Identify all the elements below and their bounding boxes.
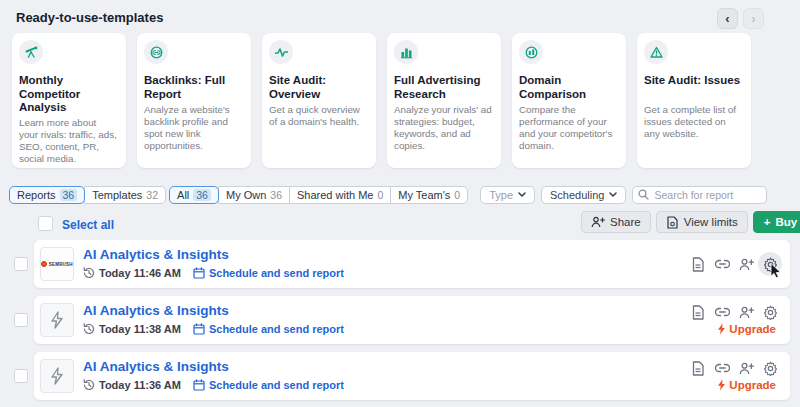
- type-dropdown[interactable]: Type: [480, 186, 535, 204]
- template-card-domain-comparison[interactable]: Domain Comparison Compare the performanc…: [512, 33, 626, 168]
- report-row[interactable]: AI Analytics & Insights Today 11:36 AM S…: [34, 352, 790, 400]
- export-pdf-button[interactable]: [686, 300, 710, 324]
- row-actions: [686, 252, 782, 276]
- upgrade-link-text: Upgrade: [729, 379, 776, 391]
- last-modified: Today 11:36 AM: [83, 379, 181, 391]
- lightning-icon: [50, 311, 64, 329]
- upgrade-link[interactable]: Upgrade: [717, 323, 776, 335]
- upgrade-link[interactable]: Upgrade: [717, 379, 776, 391]
- schedule-link-text: Schedule and send report: [209, 323, 344, 335]
- row-actions: [686, 300, 782, 324]
- select-all-label[interactable]: Select all: [62, 218, 114, 232]
- template-card-backlinks[interactable]: Backlinks: Full Report Analyze a website…: [137, 33, 251, 168]
- search-input[interactable]: [632, 186, 767, 204]
- report-thumbnail: SEMRUSH: [40, 247, 74, 281]
- last-modified-text: Today 11:38 AM: [99, 323, 181, 335]
- tab-reports[interactable]: Reports 36: [9, 186, 85, 204]
- report-meta: Today 11:36 AM Schedule and send report: [83, 379, 344, 391]
- report-title[interactable]: AI Analytics & Insights: [83, 359, 229, 374]
- tab-label: Templates: [92, 189, 142, 201]
- report-thumbnail: [40, 359, 74, 393]
- select-all-checkbox[interactable]: [38, 216, 53, 231]
- share-report-button[interactable]: [734, 356, 758, 380]
- row-checkbox[interactable]: [14, 369, 28, 383]
- copy-link-button[interactable]: [710, 252, 734, 276]
- tab-label: All: [177, 189, 189, 201]
- schedule-link[interactable]: Schedule and send report: [193, 267, 344, 279]
- template-icon-wrap: [19, 40, 43, 64]
- file-icon: [691, 305, 705, 320]
- chevron-right-icon: ›: [751, 12, 755, 25]
- tab-label: My Own: [226, 189, 266, 201]
- link-icon: [715, 363, 730, 373]
- history-icon: [83, 323, 95, 335]
- settings-button[interactable]: [758, 252, 782, 276]
- last-modified-text: Today 11:36 AM: [99, 379, 181, 391]
- type-dropdown-label: Type: [489, 189, 513, 201]
- calendar-icon: [193, 323, 205, 335]
- share-report-button[interactable]: [734, 252, 758, 276]
- link-icon: [715, 307, 730, 317]
- template-description: Analyze a website's backlink profile and…: [144, 104, 242, 152]
- template-card-site-audit-overview[interactable]: Site Audit: Overview Get a quick overvie…: [262, 33, 376, 168]
- report-title[interactable]: AI Analytics & Insights: [83, 247, 229, 262]
- template-title: Monthly Competitor Analysis: [19, 74, 117, 115]
- template-card-monthly-competitor[interactable]: Monthly Competitor Analysis Learn more a…: [12, 33, 126, 168]
- toolbar-actions: Share View limits + Buy more reports: [581, 211, 800, 233]
- history-icon: [83, 267, 95, 279]
- file-icon: [691, 361, 705, 376]
- upgrade-lightning-icon: [717, 323, 726, 335]
- tab-my-own[interactable]: My Own 36: [218, 186, 290, 204]
- view-limits-button[interactable]: View limits: [656, 211, 748, 233]
- lightning-icon: [50, 367, 64, 385]
- schedule-link[interactable]: Schedule and send report: [193, 379, 344, 391]
- carousel-next-button[interactable]: ›: [743, 8, 764, 29]
- settings-button[interactable]: [758, 356, 782, 380]
- scheduling-dropdown-label: Scheduling: [550, 189, 604, 201]
- upgrade-lightning-icon: [717, 379, 726, 391]
- settings-button[interactable]: [758, 300, 782, 324]
- pulse-icon: [275, 46, 288, 59]
- template-icon-wrap: [394, 40, 418, 64]
- carousel-prev-button[interactable]: ‹: [717, 8, 738, 29]
- tab-templates[interactable]: Templates 32: [84, 186, 166, 204]
- chevron-down-icon: [609, 192, 617, 197]
- schedule-link[interactable]: Schedule and send report: [193, 323, 344, 335]
- tab-count: 36: [193, 189, 211, 201]
- plus-icon: +: [764, 216, 771, 228]
- row-actions: [686, 356, 782, 380]
- copy-link-button[interactable]: [710, 356, 734, 380]
- report-meta: Today 11:38 AM Schedule and send report: [83, 323, 344, 335]
- tab-all[interactable]: All 36: [169, 186, 219, 204]
- filter-bar: Reports 36 Templates 32 All 36 My Own 36…: [9, 185, 767, 204]
- buy-more-reports-button[interactable]: + Buy more reports: [753, 211, 800, 233]
- tab-shared-with-me[interactable]: Shared with Me 0: [289, 186, 391, 204]
- semrush-logo-text: SEMRUSH: [49, 262, 73, 267]
- report-row[interactable]: SEMRUSH AI Analytics & Insights Today 11…: [34, 240, 790, 288]
- template-description: Get a complete list of issues detected o…: [644, 104, 742, 140]
- tab-my-teams[interactable]: My Team's 0: [390, 186, 468, 204]
- template-card-list: Monthly Competitor Analysis Learn more a…: [12, 33, 751, 168]
- template-card-advertising-research[interactable]: Full Advertising Research Analyze your r…: [387, 33, 501, 168]
- share-button[interactable]: Share: [581, 211, 651, 233]
- row-checkbox[interactable]: [14, 257, 28, 271]
- report-title[interactable]: AI Analytics & Insights: [83, 303, 229, 318]
- template-title: Domain Comparison: [519, 74, 617, 102]
- page-title: Ready-to-use-templates: [16, 10, 163, 25]
- scheduling-dropdown[interactable]: Scheduling: [541, 186, 626, 204]
- person-plus-icon: [739, 306, 754, 319]
- export-pdf-button[interactable]: [686, 356, 710, 380]
- copy-link-button[interactable]: [710, 300, 734, 324]
- report-row[interactable]: AI Analytics & Insights Today 11:38 AM S…: [34, 296, 790, 344]
- share-button-label: Share: [610, 216, 641, 228]
- row-checkbox[interactable]: [14, 313, 28, 327]
- template-title: Full Advertising Research: [394, 74, 492, 102]
- share-report-button[interactable]: [734, 300, 758, 324]
- history-icon: [83, 379, 95, 391]
- tab-count: 32: [146, 189, 158, 201]
- export-pdf-button[interactable]: [686, 252, 710, 276]
- schedule-link-text: Schedule and send report: [209, 379, 344, 391]
- tab-label: My Team's: [398, 189, 450, 201]
- template-card-site-audit-issues[interactable]: Site Audit: Issues Get a complete list o…: [637, 33, 751, 168]
- telescope-icon: [25, 46, 38, 59]
